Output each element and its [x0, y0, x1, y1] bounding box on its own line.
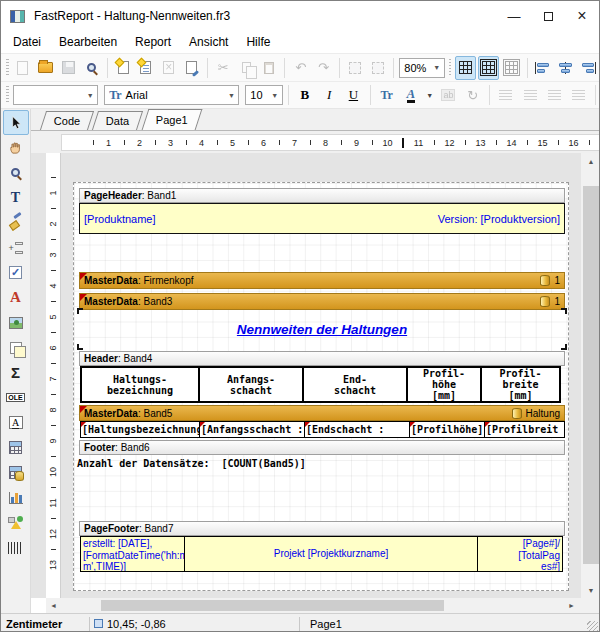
- horizontal-scroll-thumb[interactable]: [101, 600, 444, 611]
- toolbar-grip[interactable]: [6, 86, 9, 104]
- text-align-center-button[interactable]: [519, 83, 541, 107]
- checkbox-object-tool[interactable]: ✓: [3, 260, 29, 285]
- barcode-object-tool[interactable]: [3, 535, 29, 560]
- band-header-band6[interactable]: Footer: Band6: [79, 440, 565, 455]
- font-select[interactable]: Tr Arial ▼: [104, 85, 239, 105]
- zoom-tool[interactable]: [3, 160, 29, 185]
- paste-button[interactable]: [259, 56, 280, 80]
- header-cell-anfangsschacht[interactable]: Anfangs-schacht: [198, 366, 304, 403]
- insert-band-tool[interactable]: [3, 235, 29, 260]
- text-align-right-button[interactable]: [543, 83, 565, 107]
- undo-button[interactable]: ↶: [290, 56, 311, 80]
- footer-cell-project[interactable]: Projekt [Projektkurzname]: [184, 536, 478, 572]
- delete-page-button[interactable]: [158, 56, 179, 80]
- scroll-up-button[interactable]: ▲: [581, 153, 600, 169]
- data-cell-profilhoehe[interactable]: [Profilhöhe]: [409, 421, 485, 438]
- data-cell-profilbreite[interactable]: [Profilbreit: [484, 421, 565, 438]
- pageheader-band-content[interactable]: [Produktname] Version: [Produktversion]: [79, 203, 565, 234]
- shape-object-tool[interactable]: [3, 510, 29, 535]
- minimize-button[interactable]: —: [497, 1, 531, 31]
- menu-datei[interactable]: Datei: [4, 33, 50, 51]
- band-header-band7[interactable]: PageFooter: Band7: [79, 521, 565, 536]
- band-header-firmenkopf[interactable]: MasterData: Firmenkopf 1: [79, 272, 565, 289]
- font-color-dropdown[interactable]: ▼: [424, 83, 435, 107]
- new-dialog-page-button[interactable]: [136, 56, 157, 80]
- header-cell-endschacht[interactable]: End-schacht: [302, 366, 408, 403]
- font-color-button[interactable]: A: [400, 83, 422, 107]
- data-cell-endschacht[interactable]: [Endschacht :: [304, 421, 410, 438]
- footer-cell-date[interactable]: erstellt: [DATE],[FormatDateTime('hh:mm'…: [80, 536, 185, 572]
- font-dialog-button[interactable]: Tr: [375, 83, 397, 107]
- produktversion-expression[interactable]: Version: [Produktversion]: [438, 213, 560, 225]
- italic-button[interactable]: I: [318, 83, 340, 107]
- tab-page1[interactable]: Page1: [141, 109, 202, 130]
- toolbar-grip[interactable]: [6, 59, 9, 77]
- tab-data[interactable]: Data: [92, 111, 143, 130]
- system-text-tool[interactable]: Σ: [3, 360, 29, 385]
- new-page-button[interactable]: [113, 56, 134, 80]
- zoom-select[interactable]: 80% ▼: [399, 58, 444, 78]
- align-h-centers-button[interactable]: [555, 56, 576, 80]
- font-size-select[interactable]: 10 ▼: [245, 85, 282, 105]
- toolbar-grip[interactable]: [449, 59, 452, 77]
- save-button[interactable]: [58, 56, 79, 80]
- text-align-justify-button[interactable]: [568, 83, 590, 107]
- ungroup-button[interactable]: [368, 56, 389, 80]
- db-crosstab-object-tool[interactable]: [3, 460, 29, 485]
- header-cell-haltungsbezeichnung[interactable]: Haltungs-bezeichnung: [80, 366, 200, 403]
- header-cell-profilbreite[interactable]: Profil-breite[mm]: [480, 366, 561, 403]
- scroll-left-button[interactable]: ◄: [46, 598, 61, 613]
- text-object-tool[interactable]: T: [3, 185, 29, 210]
- close-button[interactable]: ×: [565, 1, 599, 31]
- select-tool[interactable]: [3, 110, 29, 135]
- footer-cell-pagenumber[interactable]: [Page#]/[TotalPages#]: [477, 536, 563, 572]
- chart-object-tool[interactable]: [3, 485, 29, 510]
- produktname-expression[interactable]: [Produktname]: [84, 213, 156, 225]
- band-header-pageheader[interactable]: PageHeader: Band1: [79, 188, 565, 203]
- redo-button[interactable]: ↷: [313, 56, 334, 80]
- tab-code[interactable]: Code: [40, 111, 94, 130]
- richtext-object-tool[interactable]: A: [3, 285, 29, 310]
- maximize-button[interactable]: [531, 1, 565, 31]
- data-cell-anfangsschacht[interactable]: [Anfangsschacht :: [199, 421, 305, 438]
- horizontal-scrollbar[interactable]: ◄ ►: [46, 598, 581, 613]
- fit-to-grid-button[interactable]: [501, 56, 522, 80]
- copy-button[interactable]: [236, 56, 257, 80]
- format-painter-tool[interactable]: [3, 210, 29, 235]
- align-right-edges-button[interactable]: [578, 56, 599, 80]
- open-button[interactable]: [35, 56, 56, 80]
- header-cell-profilhoehe[interactable]: Profil-höhe[mm]: [406, 366, 482, 403]
- band3-content[interactable]: Nennweiten der Haltungen: [79, 310, 565, 348]
- draw-object-tool[interactable]: A: [3, 410, 29, 435]
- underline-button[interactable]: U: [342, 83, 364, 107]
- hand-tool[interactable]: [3, 135, 29, 160]
- page-settings-button[interactable]: [181, 56, 202, 80]
- menu-ansicht[interactable]: Ansicht: [180, 33, 237, 51]
- align-left-edges-button[interactable]: [533, 56, 554, 80]
- preview-button[interactable]: [81, 56, 102, 80]
- show-grid-button[interactable]: [455, 56, 476, 80]
- subreport-object-tool[interactable]: [3, 335, 29, 360]
- align-to-grid-button[interactable]: [478, 56, 499, 80]
- report-title-text[interactable]: Nennweiten der Haltungen: [237, 322, 407, 337]
- rotate-button[interactable]: ↻: [462, 83, 484, 107]
- cut-button[interactable]: ✂: [213, 56, 234, 80]
- style-select[interactable]: ▼: [13, 85, 98, 105]
- scroll-down-button[interactable]: ▼: [581, 582, 600, 598]
- vertical-scroll-thumb[interactable]: [583, 186, 599, 564]
- band-header-band3[interactable]: MasterData: Band3 1: [79, 293, 565, 310]
- new-report-button[interactable]: [13, 56, 34, 80]
- menu-bearbeiten[interactable]: Bearbeiten: [50, 33, 126, 51]
- group-button[interactable]: [345, 56, 366, 80]
- bold-button[interactable]: B: [294, 83, 316, 107]
- resize-grip[interactable]: [587, 621, 598, 632]
- band-header-band4[interactable]: Header: Band4: [79, 351, 565, 366]
- menu-hilfe[interactable]: Hilfe: [237, 33, 279, 51]
- picture-object-tool[interactable]: [3, 310, 29, 335]
- data-cell-haltungsbezeichnung[interactable]: [Haltungsbezeichnung: [80, 421, 200, 438]
- record-count-text[interactable]: Anzahl der Datensätze: [COUNT(Band5)]: [77, 458, 306, 469]
- highlight-button[interactable]: ab: [437, 83, 459, 107]
- menu-report[interactable]: Report: [126, 33, 180, 51]
- band-header-band5[interactable]: MasterData: Band5 Haltung: [79, 405, 565, 421]
- scroll-right-button[interactable]: ►: [564, 598, 579, 613]
